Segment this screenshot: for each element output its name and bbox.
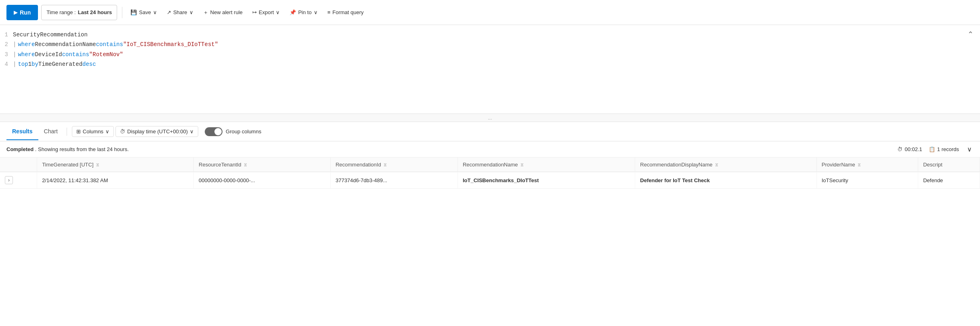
str-3: "RotemNov" — [89, 50, 123, 59]
filter-icon-rec-name[interactable]: ⧖ — [520, 162, 524, 167]
tabs-bar: Results Chart ⊞ Columns ∨ ⏱ Display time… — [0, 122, 980, 141]
th-rec-name: RecommendationName ⧖ — [457, 158, 635, 172]
records-item: 📋 1 records — [929, 146, 959, 152]
group-columns-label: Group columns — [226, 128, 261, 135]
field-3: DeviceId — [35, 50, 62, 59]
format-icon: ≡ — [327, 9, 331, 15]
filter-icon-provider[interactable]: ⧖ — [858, 162, 861, 167]
filter-icon-rec-id[interactable]: ⧖ — [384, 162, 387, 167]
query-time: 00:02.1 — [904, 146, 922, 152]
time-range-value: Last 24 hours — [78, 9, 112, 15]
results-panel: Results Chart ⊞ Columns ∨ ⏱ Display time… — [0, 122, 980, 189]
row-expand-button[interactable]: › — [5, 176, 13, 184]
new-alert-button[interactable]: ＋ New alert rule — [200, 5, 246, 20]
pipe-2: | — [13, 40, 16, 49]
records-icon: 📋 — [929, 146, 935, 152]
pin-chevron-icon: ∨ — [314, 9, 318, 15]
func-contains-2: contains — [96, 40, 123, 49]
row-expand-cell: › — [0, 172, 37, 189]
line-num-1: 1 — [0, 30, 13, 39]
query-table-name: SecurityRecommendation — [13, 30, 88, 39]
share-chevron-icon: ∨ — [189, 9, 193, 15]
query-time-item: ⏱ 00:02.1 — [897, 146, 922, 152]
filter-icon-tenant[interactable]: ⧖ — [244, 162, 247, 167]
line-num-2: 2 — [0, 40, 13, 49]
th-desc: Descript — [918, 158, 980, 172]
records-count: 1 records — [937, 146, 959, 152]
run-label: Run — [20, 9, 31, 16]
str-2: "IoT_CISBenchmarks_DIoTTest" — [123, 40, 218, 49]
cell-desc: Defende — [918, 172, 980, 189]
toggle-knob — [214, 128, 222, 135]
th-time-generated: TimeGenerated [UTC] ⧖ — [37, 158, 194, 172]
line-num-4: 4 — [0, 60, 13, 69]
filter-icon-display-name[interactable]: ⧖ — [715, 162, 718, 167]
kw-desc: desc — [82, 60, 96, 69]
format-query-button[interactable]: ≡ Format query — [324, 5, 367, 20]
run-button[interactable]: ▶ Run — [6, 5, 38, 20]
display-time-chevron-icon: ∨ — [190, 128, 194, 135]
play-icon: ▶ — [14, 10, 17, 15]
cell-display-name: Defender for IoT Test Check — [635, 172, 816, 189]
columns-chevron-icon: ∨ — [105, 128, 109, 135]
group-columns-toggle-wrap: Group columns — [205, 127, 261, 136]
status-message: . Showing results from the last 24 hours… — [35, 146, 129, 152]
format-query-label: Format query — [332, 9, 363, 15]
collapse-editor-button[interactable]: ⌃ — [967, 30, 974, 39]
export-label: Export — [259, 9, 274, 15]
completed-label: Completed — [6, 146, 34, 152]
share-button[interactable]: ↗ Share ∨ — [164, 5, 197, 20]
query-line-3: 3 | where DeviceId contains "RotemNov" — [0, 50, 980, 59]
status-bar: Completed . Showing results from the las… — [0, 141, 980, 158]
status-right: ⏱ 00:02.1 📋 1 records ∨ — [897, 145, 974, 154]
time-range-prefix: Time range : — [46, 9, 76, 15]
time-field: TimeGenerated — [38, 60, 82, 69]
results-table-wrap: TimeGenerated [UTC] ⧖ ResourceTenantId ⧖… — [0, 158, 980, 189]
cell-time: 2/14/2022, 11:42:31.382 AM — [37, 172, 194, 189]
pin-icon: 📌 — [290, 9, 296, 15]
status-left: Completed . Showing results from the las… — [6, 146, 129, 152]
query-line-2: 2 | where RecommendationName contains "I… — [0, 40, 980, 49]
time-range-button[interactable]: Time range : Last 24 hours — [41, 5, 117, 20]
table-header-row: TimeGenerated [UTC] ⧖ ResourceTenantId ⧖… — [0, 158, 980, 172]
tab-results[interactable]: Results — [6, 123, 38, 140]
cell-tenant: 00000000-0000-0000-... — [194, 172, 331, 189]
pin-to-label: Pin to — [298, 9, 311, 15]
share-label: Share — [173, 9, 187, 15]
cell-provider: IoTSecurity — [816, 172, 918, 189]
query-line-1: 1 SecurityRecommendation — [0, 30, 980, 40]
export-chevron-icon: ∨ — [276, 9, 280, 15]
share-icon: ↗ — [167, 9, 171, 15]
export-button[interactable]: ↦ Export ∨ — [249, 5, 283, 20]
cell-rec-name: IoT_CISBenchmarks_DIoTTest — [457, 172, 635, 189]
kw-top: top — [18, 60, 28, 69]
cell-rec-id: 377374d6-7db3-489... — [330, 172, 457, 189]
drag-dots: ... — [488, 115, 492, 121]
tab-chart[interactable]: Chart — [38, 123, 63, 140]
save-chevron-icon: ∨ — [153, 9, 157, 15]
columns-button[interactable]: ⊞ Columns ∨ — [72, 126, 114, 137]
th-expand — [0, 158, 37, 172]
new-alert-label: New alert rule — [210, 9, 243, 15]
expand-results-button[interactable]: ∨ — [965, 145, 974, 154]
results-table: TimeGenerated [UTC] ⧖ ResourceTenantId ⧖… — [0, 158, 980, 189]
timer-icon: ⏱ — [897, 146, 902, 152]
func-contains-3: contains — [62, 50, 89, 59]
toolbar-divider-1 — [122, 7, 122, 18]
kw-where-3: where — [18, 50, 35, 59]
kw-by: by — [31, 60, 38, 69]
export-icon: ↦ — [252, 9, 257, 15]
plus-icon: ＋ — [203, 9, 208, 16]
group-columns-toggle[interactable] — [205, 127, 222, 136]
drag-handle[interactable]: ... — [0, 114, 980, 122]
filter-icon-time[interactable]: ⧖ — [96, 162, 99, 167]
th-display-name: RecommendationDisplayName ⧖ — [635, 158, 816, 172]
columns-label: Columns — [83, 128, 103, 135]
pin-to-button[interactable]: 📌 Pin to ∨ — [286, 5, 321, 20]
th-provider: ProviderName ⧖ — [816, 158, 918, 172]
save-button[interactable]: 💾 Save ∨ — [127, 5, 160, 20]
th-resource-tenant: ResourceTenantId ⧖ — [194, 158, 331, 172]
line-num-3: 3 — [0, 50, 13, 59]
display-time-button[interactable]: ⏱ Display time (UTC+00:00) ∨ — [115, 126, 198, 137]
clock-icon: ⏱ — [120, 128, 125, 135]
